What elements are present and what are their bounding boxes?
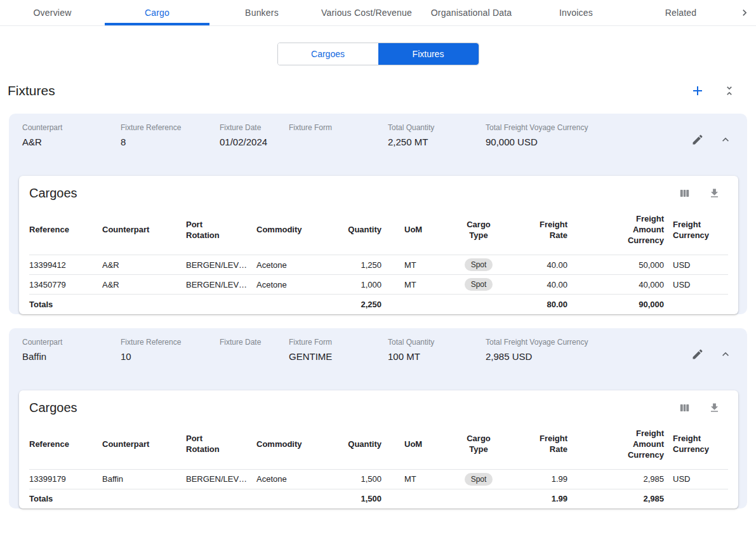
col-header: Cargo Type bbox=[444, 422, 513, 470]
field-label: Fixture Reference bbox=[121, 123, 213, 133]
page-title: Fixtures bbox=[8, 83, 55, 98]
tab-various-cost-revenue[interactable]: Various Cost/Revenue bbox=[314, 0, 419, 25]
field-value: 10 bbox=[121, 351, 213, 362]
edit-fixture-button[interactable] bbox=[690, 347, 705, 362]
tab-overview[interactable]: Overview bbox=[0, 0, 105, 25]
table-row[interactable]: 13399412 A&R BERGEN/LEV… Acetone 1,250 M… bbox=[29, 255, 728, 275]
field-value: Baffin bbox=[22, 351, 114, 362]
fixture-card: CounterpartA&R Fixture Reference8 Fixtur… bbox=[9, 114, 747, 314]
toggle-cargoes-button[interactable]: Cargoes bbox=[278, 43, 378, 65]
field-label: Fixture Date bbox=[220, 338, 282, 347]
tab-organisational-data[interactable]: Organisational Data bbox=[419, 0, 524, 25]
tab-invoices[interactable]: Invoices bbox=[524, 0, 628, 25]
col-header: Reference bbox=[29, 207, 102, 255]
field-label: Total Freight Voyage Currency bbox=[486, 123, 616, 133]
download-button[interactable] bbox=[707, 401, 722, 415]
add-fixture-button[interactable] bbox=[689, 82, 706, 100]
view-toggle-group: Cargoes Fixtures bbox=[277, 43, 479, 65]
fixture-actions bbox=[690, 347, 738, 362]
col-header: Counterpart bbox=[102, 422, 186, 470]
download-icon bbox=[708, 402, 720, 414]
table-header-row: Reference Counterpart Port Rotation Comm… bbox=[29, 207, 728, 255]
totals-row: Totals 1,500 1.99 2,985 bbox=[29, 489, 728, 508]
field-label: Counterpart bbox=[22, 123, 114, 133]
pencil-icon bbox=[691, 133, 704, 146]
field-label: Fixture Reference bbox=[121, 338, 213, 347]
field-label: Total Quantity bbox=[388, 123, 479, 133]
cargo-type-chip: Spot bbox=[465, 278, 493, 291]
fixture-header: CounterpartBaffin Fixture Reference10 Fi… bbox=[9, 328, 747, 389]
table-row[interactable]: 13399179 Baffin BERGEN/LEV… Acetone 1,50… bbox=[29, 469, 728, 489]
tab-cargo[interactable]: Cargo bbox=[105, 0, 209, 25]
collapse-fixture-button[interactable] bbox=[718, 132, 733, 147]
table-row[interactable]: 13450779 A&R BERGEN/LEV… Acetone 1,000 M… bbox=[29, 275, 728, 295]
field-label: Fixture Date bbox=[220, 123, 282, 133]
col-header: Commodity bbox=[256, 207, 336, 255]
col-header: UoM bbox=[387, 422, 444, 470]
col-header: Quantity bbox=[336, 422, 387, 470]
col-header: UoM bbox=[387, 207, 444, 255]
column-settings-button[interactable] bbox=[677, 401, 692, 415]
field-value: GENTIME bbox=[289, 351, 381, 362]
col-header: Quantity bbox=[336, 207, 387, 255]
col-header: Cargo Type bbox=[444, 207, 513, 255]
field-value: 2,250 MT bbox=[388, 136, 479, 148]
cargoes-title: Cargoes bbox=[29, 401, 77, 415]
col-header: Freight Rate bbox=[513, 207, 589, 255]
col-header: Reference bbox=[29, 422, 102, 470]
field-value: 100 MT bbox=[388, 351, 479, 362]
chevron-right-icon bbox=[738, 6, 751, 19]
field-value bbox=[220, 351, 282, 362]
cargo-type-chip: Spot bbox=[465, 473, 493, 486]
col-header: Port Rotation bbox=[186, 207, 256, 255]
fixture-card: CounterpartBaffin Fixture Reference10 Fi… bbox=[9, 328, 747, 509]
download-icon bbox=[708, 187, 720, 199]
table-header-row: Reference Counterpart Port Rotation Comm… bbox=[29, 422, 728, 470]
field-label: Total Quantity bbox=[388, 338, 479, 347]
more-tabs-button[interactable] bbox=[733, 0, 756, 25]
cargoes-table: Reference Counterpart Port Rotation Comm… bbox=[29, 422, 728, 509]
fixture-actions bbox=[690, 132, 738, 147]
col-header: Counterpart bbox=[102, 207, 186, 255]
top-tab-bar: Overview Cargo Bunkers Various Cost/Reve… bbox=[0, 0, 756, 26]
cargoes-table: Reference Counterpart Port Rotation Comm… bbox=[29, 207, 728, 314]
field-value: 8 bbox=[121, 136, 213, 148]
unfold-less-icon bbox=[723, 84, 736, 97]
collapse-all-button[interactable] bbox=[722, 83, 737, 98]
col-header: Port Rotation bbox=[186, 422, 256, 470]
totals-label: Totals bbox=[29, 295, 102, 314]
totals-label: Totals bbox=[29, 489, 102, 508]
fixture-header: CounterpartA&R Fixture Reference8 Fixtur… bbox=[9, 114, 747, 175]
plus-icon bbox=[690, 83, 705, 98]
chevron-up-icon bbox=[719, 133, 732, 146]
tab-bunkers[interactable]: Bunkers bbox=[209, 0, 314, 25]
field-value: A&R bbox=[22, 136, 114, 148]
view-columns-icon bbox=[679, 187, 691, 199]
field-label: Fixture Form bbox=[289, 338, 381, 347]
field-label: Counterpart bbox=[22, 338, 114, 347]
view-toggle-wrap: Cargoes Fixtures bbox=[0, 43, 756, 65]
tab-related[interactable]: Related bbox=[628, 0, 733, 25]
cargo-type-chip: Spot bbox=[465, 258, 493, 271]
toggle-fixtures-button[interactable]: Fixtures bbox=[378, 43, 479, 65]
field-value: 2,985 USD bbox=[486, 351, 616, 362]
col-header: Freight Rate bbox=[513, 422, 589, 470]
field-value: 01/02/2024 bbox=[220, 136, 282, 148]
cargoes-card: Cargoes bbox=[19, 176, 738, 314]
view-columns-icon bbox=[679, 402, 691, 414]
column-settings-button[interactable] bbox=[677, 186, 692, 201]
collapse-fixture-button[interactable] bbox=[718, 347, 733, 362]
page-actions bbox=[689, 82, 747, 100]
col-header: Freight Currency bbox=[673, 422, 728, 470]
cargoes-title: Cargoes bbox=[29, 186, 77, 201]
totals-row: Totals 2,250 80.00 90,000 bbox=[29, 295, 728, 314]
download-button[interactable] bbox=[707, 186, 722, 201]
field-label: Total Freight Voyage Currency bbox=[486, 338, 616, 347]
field-value: 90,000 USD bbox=[486, 136, 616, 148]
col-header: Freight Currency bbox=[673, 207, 728, 255]
chevron-up-icon bbox=[719, 348, 732, 361]
field-label: Fixture Form bbox=[289, 123, 381, 133]
col-header: Commodity bbox=[256, 422, 336, 470]
col-header: Freight Amount Currency bbox=[589, 422, 673, 470]
edit-fixture-button[interactable] bbox=[690, 132, 705, 147]
